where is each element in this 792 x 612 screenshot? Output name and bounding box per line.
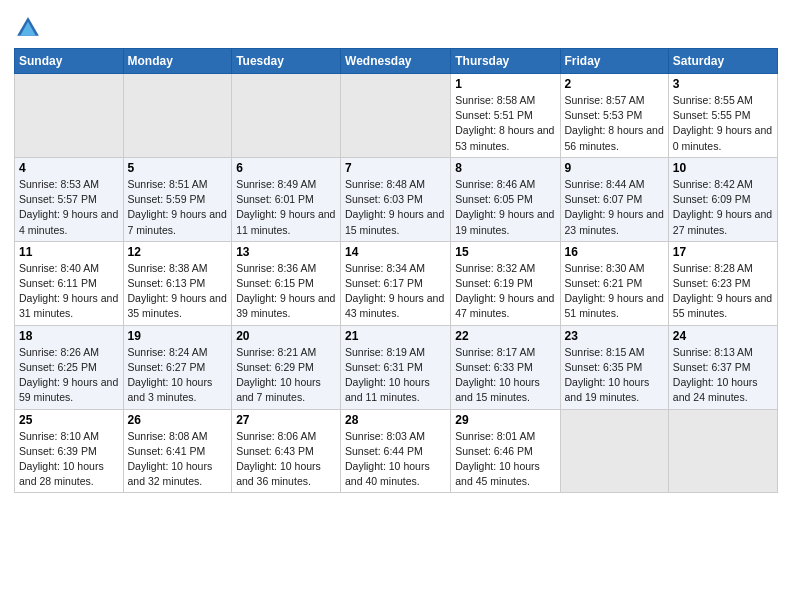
calendar-cell	[560, 409, 668, 493]
day-info: Sunrise: 8:53 AM Sunset: 5:57 PM Dayligh…	[19, 177, 119, 238]
calendar-cell: 10Sunrise: 8:42 AM Sunset: 6:09 PM Dayli…	[668, 157, 777, 241]
day-info: Sunrise: 8:10 AM Sunset: 6:39 PM Dayligh…	[19, 429, 119, 490]
calendar-cell: 18Sunrise: 8:26 AM Sunset: 6:25 PM Dayli…	[15, 325, 124, 409]
day-number: 8	[455, 161, 555, 175]
calendar-table: SundayMondayTuesdayWednesdayThursdayFrid…	[14, 48, 778, 493]
day-number: 26	[128, 413, 228, 427]
day-number: 19	[128, 329, 228, 343]
day-number: 13	[236, 245, 336, 259]
day-info: Sunrise: 8:28 AM Sunset: 6:23 PM Dayligh…	[673, 261, 773, 322]
calendar-cell: 11Sunrise: 8:40 AM Sunset: 6:11 PM Dayli…	[15, 241, 124, 325]
calendar-cell: 27Sunrise: 8:06 AM Sunset: 6:43 PM Dayli…	[232, 409, 341, 493]
weekday-header-sunday: Sunday	[15, 49, 124, 74]
calendar-week-row: 18Sunrise: 8:26 AM Sunset: 6:25 PM Dayli…	[15, 325, 778, 409]
day-info: Sunrise: 8:13 AM Sunset: 6:37 PM Dayligh…	[673, 345, 773, 406]
calendar-cell: 29Sunrise: 8:01 AM Sunset: 6:46 PM Dayli…	[451, 409, 560, 493]
logo	[14, 14, 42, 42]
calendar-cell: 19Sunrise: 8:24 AM Sunset: 6:27 PM Dayli…	[123, 325, 232, 409]
calendar-cell	[15, 74, 124, 158]
day-info: Sunrise: 8:15 AM Sunset: 6:35 PM Dayligh…	[565, 345, 664, 406]
calendar-cell: 2Sunrise: 8:57 AM Sunset: 5:53 PM Daylig…	[560, 74, 668, 158]
calendar-cell: 20Sunrise: 8:21 AM Sunset: 6:29 PM Dayli…	[232, 325, 341, 409]
calendar-cell: 7Sunrise: 8:48 AM Sunset: 6:03 PM Daylig…	[341, 157, 451, 241]
calendar-cell: 3Sunrise: 8:55 AM Sunset: 5:55 PM Daylig…	[668, 74, 777, 158]
day-info: Sunrise: 8:01 AM Sunset: 6:46 PM Dayligh…	[455, 429, 555, 490]
calendar-cell: 26Sunrise: 8:08 AM Sunset: 6:41 PM Dayli…	[123, 409, 232, 493]
day-info: Sunrise: 8:44 AM Sunset: 6:07 PM Dayligh…	[565, 177, 664, 238]
day-info: Sunrise: 8:49 AM Sunset: 6:01 PM Dayligh…	[236, 177, 336, 238]
day-info: Sunrise: 8:08 AM Sunset: 6:41 PM Dayligh…	[128, 429, 228, 490]
day-info: Sunrise: 8:21 AM Sunset: 6:29 PM Dayligh…	[236, 345, 336, 406]
day-info: Sunrise: 8:24 AM Sunset: 6:27 PM Dayligh…	[128, 345, 228, 406]
day-number: 14	[345, 245, 446, 259]
calendar-cell: 21Sunrise: 8:19 AM Sunset: 6:31 PM Dayli…	[341, 325, 451, 409]
day-number: 21	[345, 329, 446, 343]
day-number: 20	[236, 329, 336, 343]
day-number: 28	[345, 413, 446, 427]
weekday-header-monday: Monday	[123, 49, 232, 74]
calendar-cell: 5Sunrise: 8:51 AM Sunset: 5:59 PM Daylig…	[123, 157, 232, 241]
day-info: Sunrise: 8:06 AM Sunset: 6:43 PM Dayligh…	[236, 429, 336, 490]
day-number: 27	[236, 413, 336, 427]
calendar-cell	[341, 74, 451, 158]
day-number: 5	[128, 161, 228, 175]
header	[14, 10, 778, 42]
calendar-cell: 6Sunrise: 8:49 AM Sunset: 6:01 PM Daylig…	[232, 157, 341, 241]
day-info: Sunrise: 8:17 AM Sunset: 6:33 PM Dayligh…	[455, 345, 555, 406]
calendar-cell: 4Sunrise: 8:53 AM Sunset: 5:57 PM Daylig…	[15, 157, 124, 241]
day-number: 3	[673, 77, 773, 91]
day-info: Sunrise: 8:03 AM Sunset: 6:44 PM Dayligh…	[345, 429, 446, 490]
day-info: Sunrise: 8:36 AM Sunset: 6:15 PM Dayligh…	[236, 261, 336, 322]
calendar-week-row: 1Sunrise: 8:58 AM Sunset: 5:51 PM Daylig…	[15, 74, 778, 158]
calendar-cell: 12Sunrise: 8:38 AM Sunset: 6:13 PM Dayli…	[123, 241, 232, 325]
calendar-cell: 23Sunrise: 8:15 AM Sunset: 6:35 PM Dayli…	[560, 325, 668, 409]
calendar-header-row: SundayMondayTuesdayWednesdayThursdayFrid…	[15, 49, 778, 74]
day-number: 24	[673, 329, 773, 343]
day-number: 22	[455, 329, 555, 343]
day-info: Sunrise: 8:46 AM Sunset: 6:05 PM Dayligh…	[455, 177, 555, 238]
logo-icon	[14, 14, 42, 42]
calendar-cell: 8Sunrise: 8:46 AM Sunset: 6:05 PM Daylig…	[451, 157, 560, 241]
day-number: 17	[673, 245, 773, 259]
day-info: Sunrise: 8:34 AM Sunset: 6:17 PM Dayligh…	[345, 261, 446, 322]
day-number: 10	[673, 161, 773, 175]
day-info: Sunrise: 8:30 AM Sunset: 6:21 PM Dayligh…	[565, 261, 664, 322]
calendar-cell: 1Sunrise: 8:58 AM Sunset: 5:51 PM Daylig…	[451, 74, 560, 158]
day-info: Sunrise: 8:58 AM Sunset: 5:51 PM Dayligh…	[455, 93, 555, 154]
calendar-cell: 16Sunrise: 8:30 AM Sunset: 6:21 PM Dayli…	[560, 241, 668, 325]
calendar-cell: 13Sunrise: 8:36 AM Sunset: 6:15 PM Dayli…	[232, 241, 341, 325]
day-info: Sunrise: 8:38 AM Sunset: 6:13 PM Dayligh…	[128, 261, 228, 322]
day-number: 4	[19, 161, 119, 175]
day-info: Sunrise: 8:26 AM Sunset: 6:25 PM Dayligh…	[19, 345, 119, 406]
day-number: 16	[565, 245, 664, 259]
day-number: 11	[19, 245, 119, 259]
calendar-cell: 28Sunrise: 8:03 AM Sunset: 6:44 PM Dayli…	[341, 409, 451, 493]
day-info: Sunrise: 8:55 AM Sunset: 5:55 PM Dayligh…	[673, 93, 773, 154]
calendar-week-row: 4Sunrise: 8:53 AM Sunset: 5:57 PM Daylig…	[15, 157, 778, 241]
weekday-header-friday: Friday	[560, 49, 668, 74]
day-info: Sunrise: 8:40 AM Sunset: 6:11 PM Dayligh…	[19, 261, 119, 322]
day-info: Sunrise: 8:42 AM Sunset: 6:09 PM Dayligh…	[673, 177, 773, 238]
calendar-cell: 14Sunrise: 8:34 AM Sunset: 6:17 PM Dayli…	[341, 241, 451, 325]
weekday-header-thursday: Thursday	[451, 49, 560, 74]
calendar-cell	[668, 409, 777, 493]
calendar-cell	[232, 74, 341, 158]
day-number: 29	[455, 413, 555, 427]
day-number: 7	[345, 161, 446, 175]
calendar-week-row: 25Sunrise: 8:10 AM Sunset: 6:39 PM Dayli…	[15, 409, 778, 493]
day-number: 25	[19, 413, 119, 427]
calendar-cell: 22Sunrise: 8:17 AM Sunset: 6:33 PM Dayli…	[451, 325, 560, 409]
day-number: 15	[455, 245, 555, 259]
calendar-cell: 17Sunrise: 8:28 AM Sunset: 6:23 PM Dayli…	[668, 241, 777, 325]
calendar-cell	[123, 74, 232, 158]
calendar-cell: 25Sunrise: 8:10 AM Sunset: 6:39 PM Dayli…	[15, 409, 124, 493]
day-number: 1	[455, 77, 555, 91]
day-number: 12	[128, 245, 228, 259]
day-info: Sunrise: 8:32 AM Sunset: 6:19 PM Dayligh…	[455, 261, 555, 322]
day-number: 9	[565, 161, 664, 175]
day-info: Sunrise: 8:48 AM Sunset: 6:03 PM Dayligh…	[345, 177, 446, 238]
calendar-cell: 9Sunrise: 8:44 AM Sunset: 6:07 PM Daylig…	[560, 157, 668, 241]
day-number: 2	[565, 77, 664, 91]
weekday-header-saturday: Saturday	[668, 49, 777, 74]
day-number: 6	[236, 161, 336, 175]
